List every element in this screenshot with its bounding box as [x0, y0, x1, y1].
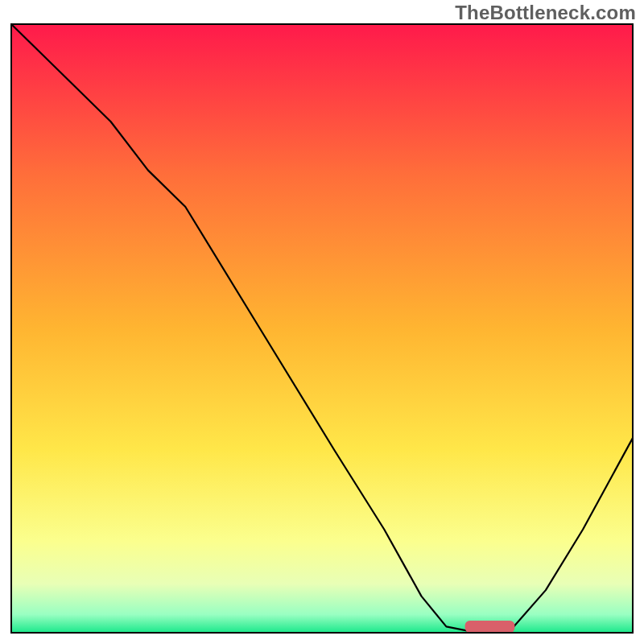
bottleneck-chart: [0, 0, 644, 644]
optimal-marker: [465, 621, 515, 633]
chart-stage: TheBottleneck.com: [0, 0, 644, 644]
